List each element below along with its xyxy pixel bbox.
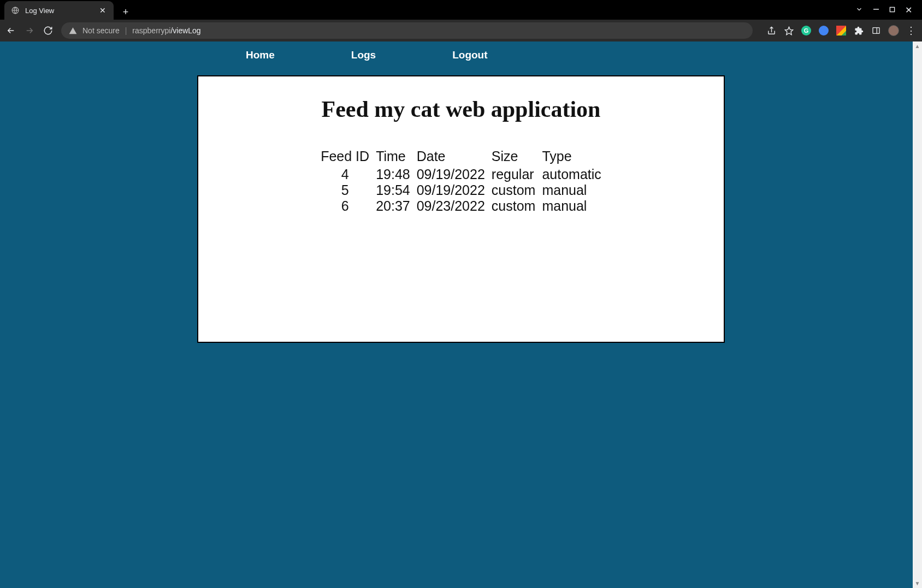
kebab-menu-icon[interactable]: ⋮ xyxy=(906,25,917,36)
close-tab-icon[interactable]: ✕ xyxy=(97,6,108,15)
table-row: 4 19:48 09/19/2022 regular automatic xyxy=(317,167,605,182)
profile-avatar-icon[interactable] xyxy=(888,25,899,36)
tab-title: Log View xyxy=(25,7,97,15)
cell-date: 09/23/2022 xyxy=(413,198,488,214)
table-header-date: Date xyxy=(413,149,488,167)
browser-tab[interactable]: Log View ✕ xyxy=(4,1,114,20)
cell-size: custom xyxy=(488,198,539,214)
share-icon[interactable] xyxy=(766,25,777,36)
not-secure-label: Not secure xyxy=(82,26,120,35)
extension-grammarly-icon[interactable]: G xyxy=(801,25,812,36)
cell-id: 6 xyxy=(317,198,373,214)
nav-logs-link[interactable]: Logs xyxy=(351,49,376,61)
table-row: 5 19:54 09/19/2022 custom manual xyxy=(317,182,605,198)
cell-time: 19:54 xyxy=(373,182,413,198)
nav-home-link[interactable]: Home xyxy=(246,49,275,61)
app-navbar: Home Logs Logout xyxy=(246,41,922,71)
close-window-icon[interactable]: ✕ xyxy=(905,5,912,15)
window-controls: ✕ xyxy=(846,0,922,20)
cell-id: 5 xyxy=(317,182,373,198)
globe-icon xyxy=(11,6,20,15)
address-separator: | xyxy=(125,26,127,35)
address-path: /viewLog xyxy=(170,26,200,35)
svg-rect-2 xyxy=(890,7,894,11)
scroll-down-icon[interactable]: ▼ xyxy=(913,579,922,588)
cell-date: 09/19/2022 xyxy=(413,167,488,182)
svg-rect-4 xyxy=(873,28,879,34)
extension-blue-icon[interactable] xyxy=(818,25,829,36)
extension-color-icon[interactable] xyxy=(836,25,847,36)
cell-time: 20:37 xyxy=(373,198,413,214)
table-header-time: Time xyxy=(373,149,413,167)
table-header-row: Feed ID Time Date Size Type xyxy=(317,149,605,167)
new-tab-button[interactable]: + xyxy=(118,4,133,20)
nav-logout-link[interactable]: Logout xyxy=(452,49,487,61)
bookmark-star-icon[interactable] xyxy=(783,25,794,36)
toolbar-right-icons: G ⋮ xyxy=(760,25,917,36)
vertical-scrollbar[interactable]: ▲ ▼ xyxy=(913,41,922,588)
browser-toolbar: Not secure | raspberrypi/viewLog G ⋮ xyxy=(0,20,922,41)
page-viewport: Home Logs Logout Feed my cat web applica… xyxy=(0,41,922,588)
cell-time: 19:48 xyxy=(373,167,413,182)
table-header-id: Feed ID xyxy=(317,149,373,167)
cell-id: 4 xyxy=(317,167,373,182)
side-panel-icon[interactable] xyxy=(871,25,882,36)
not-secure-icon xyxy=(69,27,77,35)
cell-type: manual xyxy=(539,182,604,198)
cell-size: regular xyxy=(488,167,539,182)
maximize-icon[interactable] xyxy=(889,5,895,14)
table-row: 6 20:37 09/23/2022 custom manual xyxy=(317,198,605,214)
browser-titlebar: Log View ✕ + ✕ xyxy=(0,0,922,20)
scroll-up-icon[interactable]: ▲ xyxy=(913,41,922,51)
table-header-size: Size xyxy=(488,149,539,167)
address-host: raspberrypi xyxy=(132,26,170,35)
page-title: Feed my cat web application xyxy=(198,96,724,122)
reload-icon[interactable] xyxy=(43,25,54,36)
log-table: Feed ID Time Date Size Type 4 19:48 09/1… xyxy=(317,149,605,214)
cell-type: manual xyxy=(539,198,604,214)
forward-icon[interactable] xyxy=(24,25,35,36)
address-bar[interactable]: Not secure | raspberrypi/viewLog xyxy=(61,22,753,39)
content-card: Feed my cat web application Feed ID Time… xyxy=(197,75,725,343)
table-header-type: Type xyxy=(539,149,604,167)
back-icon[interactable] xyxy=(5,25,16,36)
cell-date: 09/19/2022 xyxy=(413,182,488,198)
extensions-puzzle-icon[interactable] xyxy=(853,25,864,36)
chevron-down-icon[interactable] xyxy=(855,5,863,15)
svg-marker-3 xyxy=(785,27,793,34)
cell-size: custom xyxy=(488,182,539,198)
minimize-icon[interactable] xyxy=(873,5,879,14)
page-body: Home Logs Logout Feed my cat web applica… xyxy=(0,41,922,588)
cell-type: automatic xyxy=(539,167,604,182)
